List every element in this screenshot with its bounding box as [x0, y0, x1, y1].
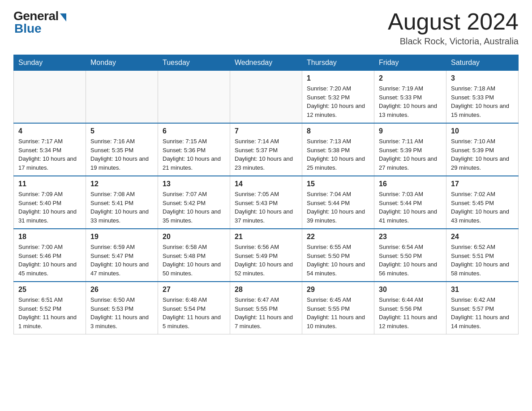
calendar-day-cell: 8Sunrise: 7:13 AM Sunset: 5:38 PM Daylig… — [302, 123, 374, 176]
calendar-day-cell: 14Sunrise: 7:05 AM Sunset: 5:43 PM Dayli… — [230, 176, 302, 229]
calendar-day-cell — [230, 71, 302, 124]
day-number: 3 — [451, 74, 514, 82]
day-info: Sunrise: 6:51 AM Sunset: 5:52 PM Dayligh… — [18, 295, 81, 330]
calendar-table: SundayMondayTuesdayWednesdayThursdayFrid… — [13, 55, 519, 334]
day-of-week-header: Tuesday — [158, 55, 230, 71]
day-info: Sunrise: 6:58 AM Sunset: 5:48 PM Dayligh… — [163, 243, 225, 278]
calendar-day-cell: 17Sunrise: 7:02 AM Sunset: 5:45 PM Dayli… — [446, 176, 519, 229]
logo-arrow-icon — [60, 13, 66, 21]
day-info: Sunrise: 7:02 AM Sunset: 5:45 PM Dayligh… — [451, 190, 514, 225]
day-number: 17 — [451, 180, 514, 188]
day-info: Sunrise: 7:20 AM Sunset: 5:32 PM Dayligh… — [307, 84, 369, 119]
day-info: Sunrise: 7:13 AM Sunset: 5:38 PM Dayligh… — [307, 137, 369, 172]
calendar-day-cell: 22Sunrise: 6:55 AM Sunset: 5:50 PM Dayli… — [302, 229, 374, 282]
day-number: 25 — [18, 286, 81, 294]
calendar-day-cell: 11Sunrise: 7:09 AM Sunset: 5:40 PM Dayli… — [14, 176, 86, 229]
calendar-day-cell: 6Sunrise: 7:15 AM Sunset: 5:36 PM Daylig… — [158, 123, 230, 176]
day-info: Sunrise: 7:17 AM Sunset: 5:34 PM Dayligh… — [18, 137, 81, 172]
location-subtitle: Black Rock, Victoria, Australia — [388, 36, 519, 47]
day-info: Sunrise: 6:55 AM Sunset: 5:50 PM Dayligh… — [307, 243, 369, 278]
day-info: Sunrise: 7:05 AM Sunset: 5:43 PM Dayligh… — [235, 190, 297, 225]
calendar-day-cell: 4Sunrise: 7:17 AM Sunset: 5:34 PM Daylig… — [14, 123, 86, 176]
day-info: Sunrise: 7:10 AM Sunset: 5:39 PM Dayligh… — [451, 137, 514, 172]
day-number: 16 — [379, 180, 442, 188]
page-header: General Blue August 2024 Black Rock, Vic… — [13, 9, 519, 47]
day-number: 1 — [307, 74, 369, 82]
calendar-day-cell: 25Sunrise: 6:51 AM Sunset: 5:52 PM Dayli… — [14, 282, 86, 334]
title-block: August 2024 Black Rock, Victoria, Austra… — [388, 9, 519, 47]
calendar-day-cell — [86, 71, 158, 124]
calendar-day-cell: 7Sunrise: 7:14 AM Sunset: 5:37 PM Daylig… — [230, 123, 302, 176]
day-of-week-header: Friday — [374, 55, 446, 71]
calendar-day-cell: 3Sunrise: 7:18 AM Sunset: 5:33 PM Daylig… — [446, 71, 519, 124]
day-info: Sunrise: 7:19 AM Sunset: 5:33 PM Dayligh… — [379, 84, 442, 119]
calendar-header-row: SundayMondayTuesdayWednesdayThursdayFrid… — [14, 55, 519, 71]
calendar-day-cell — [14, 71, 86, 124]
day-number: 30 — [379, 286, 442, 294]
day-number: 5 — [90, 127, 153, 135]
day-info: Sunrise: 6:59 AM Sunset: 5:47 PM Dayligh… — [90, 243, 153, 278]
day-info: Sunrise: 6:56 AM Sunset: 5:49 PM Dayligh… — [235, 243, 297, 278]
calendar-day-cell: 20Sunrise: 6:58 AM Sunset: 5:48 PM Dayli… — [158, 229, 230, 282]
calendar-day-cell: 23Sunrise: 6:54 AM Sunset: 5:50 PM Dayli… — [374, 229, 446, 282]
day-info: Sunrise: 6:44 AM Sunset: 5:56 PM Dayligh… — [379, 295, 442, 330]
day-of-week-header: Saturday — [446, 55, 519, 71]
day-of-week-header: Thursday — [302, 55, 374, 71]
day-number: 26 — [90, 286, 153, 294]
day-info: Sunrise: 7:09 AM Sunset: 5:40 PM Dayligh… — [18, 190, 81, 225]
day-info: Sunrise: 7:15 AM Sunset: 5:36 PM Dayligh… — [163, 137, 225, 172]
calendar-week-row: 11Sunrise: 7:09 AM Sunset: 5:40 PM Dayli… — [14, 176, 519, 229]
day-number: 4 — [18, 127, 81, 135]
day-info: Sunrise: 6:54 AM Sunset: 5:50 PM Dayligh… — [379, 243, 442, 278]
calendar-day-cell: 10Sunrise: 7:10 AM Sunset: 5:39 PM Dayli… — [446, 123, 519, 176]
calendar-day-cell: 1Sunrise: 7:20 AM Sunset: 5:32 PM Daylig… — [302, 71, 374, 124]
day-info: Sunrise: 6:50 AM Sunset: 5:53 PM Dayligh… — [90, 295, 153, 330]
calendar-day-cell: 19Sunrise: 6:59 AM Sunset: 5:47 PM Dayli… — [86, 229, 158, 282]
day-number: 7 — [235, 127, 297, 135]
calendar-week-row: 1Sunrise: 7:20 AM Sunset: 5:32 PM Daylig… — [14, 71, 519, 124]
day-number: 20 — [163, 233, 225, 241]
calendar-day-cell: 16Sunrise: 7:03 AM Sunset: 5:44 PM Dayli… — [374, 176, 446, 229]
calendar-day-cell: 27Sunrise: 6:48 AM Sunset: 5:54 PM Dayli… — [158, 282, 230, 334]
month-title: August 2024 — [388, 9, 519, 34]
calendar-day-cell: 31Sunrise: 6:42 AM Sunset: 5:57 PM Dayli… — [446, 282, 519, 334]
day-info: Sunrise: 6:45 AM Sunset: 5:55 PM Dayligh… — [307, 295, 369, 330]
day-number: 21 — [235, 233, 297, 241]
calendar-day-cell: 2Sunrise: 7:19 AM Sunset: 5:33 PM Daylig… — [374, 71, 446, 124]
calendar-day-cell: 29Sunrise: 6:45 AM Sunset: 5:55 PM Dayli… — [302, 282, 374, 334]
day-number: 28 — [235, 286, 297, 294]
calendar-day-cell — [158, 71, 230, 124]
day-info: Sunrise: 7:18 AM Sunset: 5:33 PM Dayligh… — [451, 84, 514, 119]
day-number: 27 — [163, 286, 225, 294]
day-info: Sunrise: 7:04 AM Sunset: 5:44 PM Dayligh… — [307, 190, 369, 225]
day-number: 18 — [18, 233, 81, 241]
day-info: Sunrise: 6:47 AM Sunset: 5:55 PM Dayligh… — [235, 295, 297, 330]
logo: General Blue — [13, 9, 66, 36]
calendar-day-cell: 5Sunrise: 7:16 AM Sunset: 5:35 PM Daylig… — [86, 123, 158, 176]
day-number: 12 — [90, 180, 153, 188]
day-number: 11 — [18, 180, 81, 188]
day-info: Sunrise: 6:48 AM Sunset: 5:54 PM Dayligh… — [163, 295, 225, 330]
day-number: 9 — [379, 127, 442, 135]
day-number: 31 — [451, 286, 514, 294]
calendar-day-cell: 26Sunrise: 6:50 AM Sunset: 5:53 PM Dayli… — [86, 282, 158, 334]
calendar-day-cell: 13Sunrise: 7:07 AM Sunset: 5:42 PM Dayli… — [158, 176, 230, 229]
day-info: Sunrise: 6:42 AM Sunset: 5:57 PM Dayligh… — [451, 295, 514, 330]
day-number: 22 — [307, 233, 369, 241]
day-info: Sunrise: 7:00 AM Sunset: 5:46 PM Dayligh… — [18, 243, 81, 278]
day-number: 2 — [379, 74, 442, 82]
calendar-day-cell: 18Sunrise: 7:00 AM Sunset: 5:46 PM Dayli… — [14, 229, 86, 282]
day-number: 15 — [307, 180, 369, 188]
day-info: Sunrise: 7:11 AM Sunset: 5:39 PM Dayligh… — [379, 137, 442, 172]
calendar-week-row: 4Sunrise: 7:17 AM Sunset: 5:34 PM Daylig… — [14, 123, 519, 176]
calendar-day-cell: 12Sunrise: 7:08 AM Sunset: 5:41 PM Dayli… — [86, 176, 158, 229]
day-number: 10 — [451, 127, 514, 135]
day-info: Sunrise: 7:16 AM Sunset: 5:35 PM Dayligh… — [90, 137, 153, 172]
day-of-week-header: Sunday — [14, 55, 86, 71]
calendar-week-row: 25Sunrise: 6:51 AM Sunset: 5:52 PM Dayli… — [14, 282, 519, 334]
day-number: 6 — [163, 127, 225, 135]
day-number: 24 — [451, 233, 514, 241]
calendar-day-cell: 9Sunrise: 7:11 AM Sunset: 5:39 PM Daylig… — [374, 123, 446, 176]
day-info: Sunrise: 7:14 AM Sunset: 5:37 PM Dayligh… — [235, 137, 297, 172]
day-number: 8 — [307, 127, 369, 135]
